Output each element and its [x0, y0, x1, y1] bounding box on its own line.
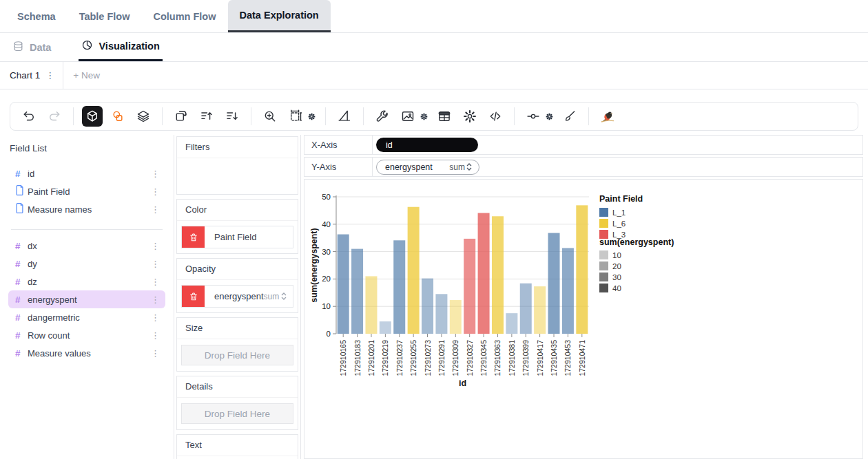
top-tab-data-exploration[interactable]: Data Exploration: [228, 0, 331, 32]
field-menu-icon[interactable]: ⋮: [151, 204, 160, 215]
opacity-field-pill[interactable]: energyspent sum: [181, 285, 293, 308]
field-item-paint-field[interactable]: Paint Field⋮: [8, 182, 165, 200]
redo-button[interactable]: [44, 106, 65, 127]
export-table-button[interactable]: [434, 106, 455, 127]
filters-drop-area[interactable]: [177, 158, 298, 194]
field-item-measure-values[interactable]: #Measure values⋮: [8, 344, 165, 362]
details-drop-zone[interactable]: Drop Field Here: [181, 403, 293, 424]
toolbar-divider: [325, 107, 326, 125]
mark-cube-button[interactable]: [82, 106, 103, 127]
export-code-button[interactable]: [485, 106, 506, 127]
color-field-pill[interactable]: Paint Field: [181, 226, 293, 248]
x-axis-shelf: X-Axis id: [304, 135, 863, 155]
shelf-and-chart-column: X-Axis id Y-Axis energyspent sum: [301, 135, 868, 459]
svg-text:172910255: 172910255: [409, 340, 417, 376]
field-item-id[interactable]: #id⋮: [8, 164, 165, 182]
dimension-fields: #id⋮Paint Field⋮Measure names⋮: [8, 164, 165, 218]
chart-canvas[interactable]: 0102030405017291016517291018317291020117…: [304, 179, 863, 459]
y-axis-aggregation-select[interactable]: sum: [449, 162, 472, 172]
chart-tab-menu-icon[interactable]: ⋮: [45, 70, 54, 81]
field-menu-icon[interactable]: ⋮: [151, 186, 160, 197]
field-item-row-count[interactable]: #Row count⋮: [8, 326, 165, 344]
resize-button[interactable]: [285, 106, 306, 127]
y-axis-field-pill[interactable]: energyspent sum: [376, 160, 479, 175]
sort-desc-button[interactable]: [222, 106, 242, 127]
field-menu-icon[interactable]: ⋮: [151, 241, 160, 251]
limit-button[interactable]: [523, 106, 544, 127]
svg-text:172910471: 172910471: [578, 340, 586, 376]
field-item-dangermetric[interactable]: #dangermetric⋮: [8, 308, 165, 326]
top-tab-column-flow[interactable]: Column Flow: [141, 0, 227, 32]
gear-mini-icon[interactable]: [308, 113, 316, 120]
svg-text:40: 40: [322, 220, 331, 228]
field-menu-icon[interactable]: ⋮: [151, 348, 160, 359]
opacity-aggregation-select[interactable]: sum: [264, 292, 293, 301]
field-menu-icon[interactable]: ⋮: [151, 259, 160, 269]
svg-text:172910237: 172910237: [395, 340, 404, 376]
painter-bird-button[interactable]: [597, 106, 618, 127]
field-menu-icon[interactable]: ⋮: [151, 295, 160, 305]
hash-field-icon: #: [15, 277, 28, 287]
svg-text:L_1: L_1: [612, 209, 626, 217]
toolbar-wrap: [0, 89, 868, 135]
svg-text:172910309: 172910309: [451, 340, 459, 376]
svg-text:sum(energyspent): sum(energyspent): [599, 237, 674, 247]
field-item-dy[interactable]: #dy⋮: [8, 255, 165, 273]
field-menu-icon[interactable]: ⋮: [151, 169, 160, 179]
pie-chart-icon: [81, 39, 93, 53]
geoms-button[interactable]: [107, 106, 128, 127]
top-tab-schema[interactable]: Schema: [6, 0, 68, 32]
svg-text:172910345: 172910345: [479, 340, 488, 376]
tab-visualization[interactable]: Visualization: [79, 33, 162, 61]
export-image-button[interactable]: [397, 106, 418, 127]
new-chart-button[interactable]: + New: [63, 62, 110, 89]
field-item-dx[interactable]: #dx⋮: [8, 237, 165, 255]
svg-text:10: 10: [612, 251, 621, 259]
encodings-panel: Filters Color Paint Field: [174, 135, 301, 459]
undo-button[interactable]: [19, 106, 39, 127]
tab-chart-1[interactable]: Chart 1 ⋮: [0, 62, 63, 89]
svg-text:Paint Field: Paint Field: [599, 194, 643, 204]
size-drop-zone[interactable]: Drop Field Here: [181, 345, 293, 365]
field-menu-icon[interactable]: ⋮: [151, 312, 160, 323]
top-tab-table-flow[interactable]: Table Flow: [68, 0, 142, 32]
svg-text:50: 50: [322, 193, 331, 201]
layers-button[interactable]: [133, 106, 154, 127]
gear-mini-icon[interactable]: [546, 113, 553, 120]
filters-title: Filters: [177, 137, 298, 158]
brush-button[interactable]: [559, 106, 580, 127]
remove-opacity-field-button[interactable]: [182, 286, 205, 307]
gear-mini-icon[interactable]: [420, 113, 428, 120]
svg-text:sum(energyspent): sum(energyspent): [309, 228, 319, 302]
field-label: dy: [28, 259, 151, 269]
database-icon: [12, 41, 24, 54]
debug-wrench-button[interactable]: [372, 106, 393, 127]
sort-asc-button[interactable]: [196, 106, 217, 127]
hash-field-icon: #: [15, 348, 28, 359]
coord-system-button[interactable]: [334, 106, 355, 127]
field-item-dz[interactable]: #dz⋮: [8, 273, 165, 290]
remove-color-field-button[interactable]: [182, 226, 205, 248]
svg-text:20: 20: [322, 275, 331, 283]
zoom-in-button[interactable]: [260, 106, 280, 127]
text-card: Text Drop Field Here: [176, 434, 298, 459]
hash-field-icon: #: [15, 241, 28, 251]
toolbar-divider: [514, 107, 515, 125]
settings-button[interactable]: [459, 106, 480, 127]
top-tab-bar: SchemaTable FlowColumn FlowData Explorat…: [0, 0, 868, 33]
field-menu-icon[interactable]: ⋮: [151, 277, 160, 287]
field-list-title: Field List: [10, 143, 165, 153]
toolbar: [10, 102, 858, 131]
field-item-measure-names[interactable]: Measure names⋮: [8, 200, 165, 218]
tab-data[interactable]: Data: [10, 33, 54, 61]
svg-text:172910183: 172910183: [353, 340, 362, 376]
svg-text:30: 30: [322, 248, 331, 256]
svg-text:172910165: 172910165: [339, 340, 347, 376]
field-item-energyspent[interactable]: #energyspent⋮: [8, 290, 165, 308]
transpose-button[interactable]: [171, 106, 192, 127]
x-axis-field-pill[interactable]: id: [376, 138, 478, 152]
svg-text:0: 0: [327, 330, 331, 338]
hash-field-icon: #: [15, 312, 28, 323]
trash-icon: [189, 292, 198, 301]
field-menu-icon[interactable]: ⋮: [151, 330, 160, 341]
